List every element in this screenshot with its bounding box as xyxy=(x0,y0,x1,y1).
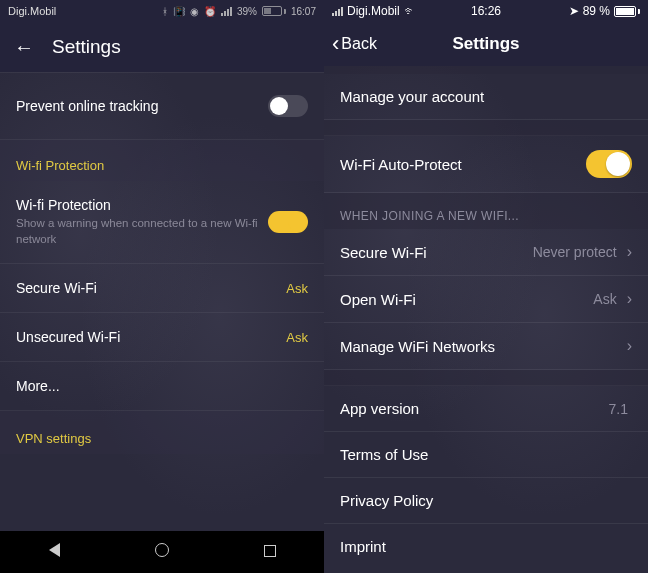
row-app-version: App version 7.1 xyxy=(324,386,648,432)
section-when-joining: WHEN JOINING A NEW WIFI... xyxy=(324,193,648,229)
label: Wi-fi Protection xyxy=(16,197,268,213)
label: App version xyxy=(340,400,419,417)
label: Terms of Use xyxy=(340,446,428,463)
row-unsecured-wifi[interactable]: Unsecured Wi-Fi Ask xyxy=(0,313,324,362)
value: Ask xyxy=(286,330,308,345)
subtitle: Show a warning when connected to a new W… xyxy=(16,216,268,247)
label: Prevent online tracking xyxy=(16,98,158,114)
row-more[interactable]: More... xyxy=(0,362,324,411)
label: Open Wi-Fi xyxy=(340,291,416,308)
header: ← Settings xyxy=(0,22,324,72)
page-title: Settings xyxy=(52,36,121,58)
row-terms[interactable]: Terms of Use xyxy=(324,432,648,478)
label: Wi-Fi Auto-Protect xyxy=(340,156,462,173)
signal-icon xyxy=(221,7,232,16)
value: Ask xyxy=(593,291,616,307)
chevron-right-icon: › xyxy=(627,337,632,355)
clock: 16:07 xyxy=(291,6,316,17)
nav-recent-icon[interactable] xyxy=(250,543,290,561)
row-imprint[interactable]: Imprint xyxy=(324,524,648,569)
label: Manage WiFi Networks xyxy=(340,338,495,355)
row-privacy[interactable]: Privacy Policy xyxy=(324,478,648,524)
row-open-wifi[interactable]: Open Wi-Fi Ask › xyxy=(324,276,648,323)
back-label: Back xyxy=(341,35,377,53)
chevron-left-icon: ‹ xyxy=(332,31,339,57)
nfc-icon: ◉ xyxy=(190,6,199,17)
status-bar: Digi.Mobil ᯤ 16:26 ➤ 89 % xyxy=(324,0,648,22)
bluetooth-icon: ᚼ xyxy=(162,6,168,17)
row-wifi-protection[interactable]: Wi-fi Protection Show a warning when con… xyxy=(0,181,324,264)
label: Secure Wi-Fi xyxy=(340,244,427,261)
value: Ask xyxy=(286,281,308,296)
nav-home-icon[interactable] xyxy=(142,543,182,561)
row-wifi-auto-protect[interactable]: Wi-Fi Auto-Protect xyxy=(324,136,648,193)
row-secure-wifi[interactable]: Secure Wi-Fi Never protect › xyxy=(324,229,648,276)
nav-back-icon[interactable] xyxy=(34,543,74,561)
label: Unsecured Wi-Fi xyxy=(16,329,120,345)
battery-pct: 39% xyxy=(237,6,257,17)
status-bar: Digi.Mobil ᚼ 📳 ◉ ⏰ 39% 16:07 xyxy=(0,0,324,22)
alarm-icon: ⏰ xyxy=(204,6,216,17)
label: Imprint xyxy=(340,538,386,555)
toggle-prevent-tracking[interactable] xyxy=(268,95,308,117)
header: ‹ Back Settings xyxy=(324,22,648,66)
back-button[interactable]: ‹ Back xyxy=(332,31,377,57)
chevron-right-icon: › xyxy=(627,290,632,308)
row-manage-networks[interactable]: Manage WiFi Networks › xyxy=(324,323,648,370)
label: Privacy Policy xyxy=(340,492,433,509)
row-prevent-tracking[interactable]: Prevent online tracking xyxy=(0,72,324,140)
back-arrow-icon[interactable]: ← xyxy=(14,36,34,59)
row-manage-account[interactable]: Manage your account xyxy=(324,74,648,120)
toggle-wifi-auto-protect[interactable] xyxy=(586,150,632,178)
row-secure-wifi[interactable]: Secure Wi-Fi Ask xyxy=(0,264,324,313)
value: 7.1 xyxy=(609,401,628,417)
label: Manage your account xyxy=(340,88,484,105)
android-nav-bar xyxy=(0,531,324,573)
chevron-right-icon: › xyxy=(627,243,632,261)
carrier-label: Digi.Mobil xyxy=(8,5,56,17)
section-vpn-settings: VPN settings xyxy=(0,411,324,454)
vibrate-icon: 📳 xyxy=(173,6,185,17)
section-wifi-protection: Wi-fi Protection xyxy=(0,140,324,181)
clock: 16:26 xyxy=(324,4,648,18)
label: More... xyxy=(16,378,60,394)
battery-icon xyxy=(262,6,286,16)
value: Never protect xyxy=(533,244,617,260)
toggle-wifi-protection[interactable] xyxy=(268,211,308,233)
label: Secure Wi-Fi xyxy=(16,280,97,296)
